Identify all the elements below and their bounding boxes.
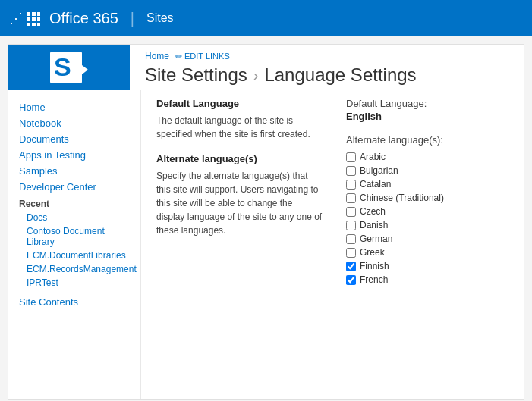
default-language-label: Default Language: [346,98,508,109]
lang-french: French [346,274,508,285]
right-settings: Default Language: English Alternate lang… [346,98,508,392]
recent-label: Recent [19,195,130,211]
lang-french-checkbox[interactable] [346,275,356,285]
lang-danish-checkbox[interactable] [346,221,356,230]
lang-finnish: Finnish [346,261,508,271]
lang-bulgarian-checkbox[interactable] [346,166,356,176]
alternate-language-desc: Specify the alternate language(s) that t… [156,169,323,237]
sidebar-recent-ecm-doclibs[interactable]: ECM.DocumentLibraries [19,249,130,262]
page-title: Site Settings › Language Settings [145,64,508,86]
edit-links-button[interactable]: ✏ EDIT LINKS [175,52,230,61]
sidebar-recent-iprtest[interactable]: IPRTest [19,276,130,290]
sidebar-recent-ecm-records[interactable]: ECM.RecordsManagement [19,262,130,276]
breadcrumb-area: Home ✏ EDIT LINKS Site Settings › Langua… [130,45,524,90]
lang-arabic-checkbox[interactable] [346,152,356,162]
svg-text:S: S [54,52,71,81]
lang-chinese-traditional: Chinese (Traditional) [346,193,508,203]
lang-danish: Danish [346,220,508,230]
topbar-sites: Sites [146,11,174,25]
svg-rect-3 [27,17,30,21]
topbar-divider: | [131,10,134,27]
sidebar-item-apps-testing[interactable]: Apps in Testing [19,147,130,163]
lang-danish-label: Danish [360,220,388,230]
lang-bulgarian-label: Bulgarian [360,165,398,176]
svg-rect-1 [32,12,36,16]
lang-greek-checkbox[interactable] [346,248,356,258]
svg-rect-6 [27,23,30,26]
lang-czech: Czech [346,206,508,217]
default-language-heading: Default Language [156,98,323,109]
home-breadcrumb-link[interactable]: Home [145,51,169,61]
sidebar-item-notebook[interactable]: Notebook [19,115,130,131]
left-descriptions: Default Language The default language of… [156,98,323,392]
sidebar-recent-contoso[interactable]: Contoso Document Library [19,224,130,249]
svg-rect-0 [27,12,30,16]
body-layout: Home Notebook Documents Apps in Testing … [8,90,524,399]
lang-german-label: German [360,233,392,244]
default-language-value: English [346,111,508,122]
alternate-language-heading: Alternate language(s) [156,153,323,164]
lang-catalan-checkbox[interactable] [346,180,356,190]
lang-arabic-label: Arabic [360,152,386,162]
default-language-desc: The default language of the site is spec… [156,114,323,141]
lang-finnish-checkbox[interactable] [346,262,356,271]
lang-chinese-traditional-label: Chinese (Traditional) [360,193,444,203]
sidebar-item-home[interactable]: Home [19,99,130,115]
main-container: S Home ✏ EDIT LINKS Site Settings › Lang… [8,44,524,400]
sidebar-item-developer-center[interactable]: Developer Center [19,179,130,195]
header-row: S Home ✏ EDIT LINKS Site Settings › Lang… [8,45,524,90]
alt-lang-section-label: Alternate language(s): [346,134,508,146]
lang-german: German [346,233,508,244]
sidebar-recent-docs[interactable]: Docs [19,211,130,224]
svg-marker-11 [82,65,88,74]
title-arrow: › [253,67,259,84]
topbar-title: Office 365 [49,10,118,27]
lang-german-checkbox[interactable] [346,234,356,244]
svg-rect-7 [32,23,36,26]
lang-finnish-label: Finnish [360,261,389,271]
lang-czech-checkbox[interactable] [346,207,356,217]
breadcrumb: Home ✏ EDIT LINKS [145,51,508,61]
lang-bulgarian: Bulgarian [346,165,508,176]
lang-catalan: Catalan [346,179,508,190]
svg-rect-2 [37,12,40,16]
grid-icon[interactable]: ⋰ [9,10,40,27]
svg-rect-8 [37,23,40,26]
svg-rect-4 [32,17,36,21]
lang-arabic: Arabic [346,152,508,162]
content-area: Default Language The default language of… [141,90,524,399]
svg-rect-5 [37,17,40,21]
sidebar: Home Notebook Documents Apps in Testing … [8,90,141,399]
lang-czech-label: Czech [360,206,386,217]
pencil-icon: ✏ [175,52,182,61]
sharepoint-logo-banner: S [8,45,130,90]
lang-greek-label: Greek [360,247,385,258]
sidebar-item-samples[interactable]: Samples [19,163,130,179]
sidebar-item-documents[interactable]: Documents [19,131,130,147]
lang-french-label: French [360,274,388,285]
lang-greek: Greek [346,247,508,258]
lang-catalan-label: Catalan [360,179,391,190]
lang-chinese-traditional-checkbox[interactable] [346,193,356,203]
topbar: ⋰ Office 365 | Sites [0,0,532,36]
sidebar-item-site-contents[interactable]: Site Contents [19,294,130,310]
